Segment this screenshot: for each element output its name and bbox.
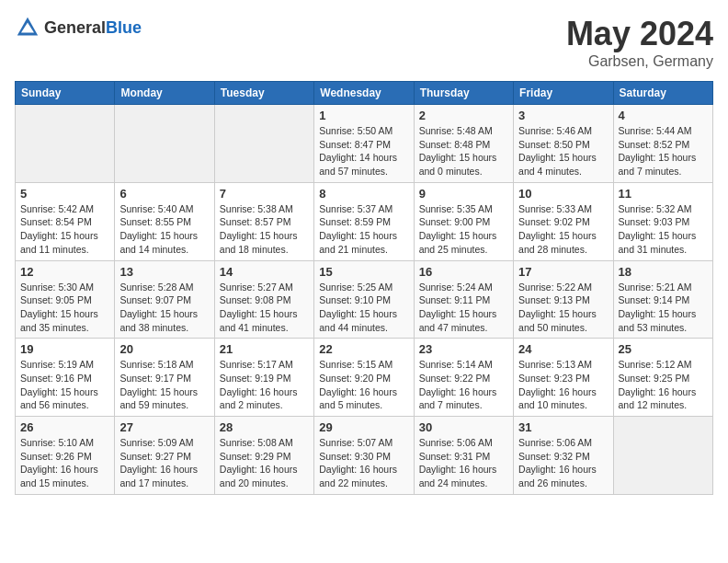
day-detail: Sunrise: 5:32 AMSunset: 9:03 PMDaylight:… <box>619 202 708 257</box>
day-number: 26 <box>20 420 109 434</box>
day-number: 29 <box>319 420 408 434</box>
table-row: 17Sunrise: 5:22 AMSunset: 9:13 PMDayligh… <box>514 260 613 339</box>
table-row: 9Sunrise: 5:35 AMSunset: 9:00 PMDaylight… <box>414 182 513 260</box>
day-detail: Sunrise: 5:25 AMSunset: 9:10 PMDaylight:… <box>319 281 408 335</box>
day-number: 30 <box>419 420 508 434</box>
day-detail: Sunrise: 5:07 AMSunset: 9:30 PMDaylight:… <box>319 436 408 490</box>
day-detail: Sunrise: 5:50 AMSunset: 8:47 PMDaylight:… <box>319 124 408 178</box>
day-detail: Sunrise: 5:24 AMSunset: 9:11 PMDaylight:… <box>419 281 508 335</box>
table-row: 15Sunrise: 5:25 AMSunset: 9:10 PMDayligh… <box>314 260 414 339</box>
day-number: 23 <box>419 342 508 356</box>
calendar-header-row: Sunday Monday Tuesday Wednesday Thursday… <box>16 82 713 105</box>
header-saturday: Saturday <box>613 82 712 105</box>
day-number: 5 <box>20 187 109 201</box>
day-number: 25 <box>619 342 708 356</box>
table-row: 30Sunrise: 5:06 AMSunset: 9:31 PMDayligh… <box>414 417 513 495</box>
table-row: 24Sunrise: 5:13 AMSunset: 9:23 PMDayligh… <box>514 339 613 417</box>
table-row: 23Sunrise: 5:14 AMSunset: 9:22 PMDayligh… <box>414 339 513 417</box>
day-number: 20 <box>119 342 209 356</box>
day-detail: Sunrise: 5:28 AMSunset: 9:07 PMDaylight:… <box>119 281 209 335</box>
day-detail: Sunrise: 5:44 AMSunset: 8:52 PMDaylight:… <box>619 124 708 178</box>
day-detail: Sunrise: 5:06 AMSunset: 9:31 PMDaylight:… <box>419 436 508 490</box>
calendar-week-4: 19Sunrise: 5:19 AMSunset: 9:16 PMDayligh… <box>16 339 713 417</box>
day-number: 7 <box>220 187 309 201</box>
table-row: 10Sunrise: 5:33 AMSunset: 9:02 PMDayligh… <box>514 182 613 260</box>
day-number: 21 <box>220 342 309 356</box>
table-row <box>16 105 115 183</box>
table-row: 28Sunrise: 5:08 AMSunset: 9:29 PMDayligh… <box>214 417 313 495</box>
day-number: 19 <box>20 342 109 356</box>
month-title: May 2024 <box>566 15 713 53</box>
table-row <box>214 105 313 183</box>
day-number: 1 <box>319 109 408 122</box>
day-detail: Sunrise: 5:14 AMSunset: 9:22 PMDaylight:… <box>419 358 508 412</box>
day-detail: Sunrise: 5:18 AMSunset: 9:17 PMDaylight:… <box>119 358 209 412</box>
day-detail: Sunrise: 5:42 AMSunset: 8:54 PMDaylight:… <box>20 202 109 257</box>
table-row: 29Sunrise: 5:07 AMSunset: 9:30 PMDayligh… <box>314 417 414 495</box>
day-detail: Sunrise: 5:37 AMSunset: 8:59 PMDaylight:… <box>319 202 408 257</box>
day-detail: Sunrise: 5:12 AMSunset: 9:25 PMDaylight:… <box>619 358 708 412</box>
day-number: 17 <box>518 265 608 279</box>
day-detail: Sunrise: 5:35 AMSunset: 9:00 PMDaylight:… <box>419 202 508 257</box>
day-detail: Sunrise: 5:08 AMSunset: 9:29 PMDaylight:… <box>220 436 309 490</box>
table-row: 1Sunrise: 5:50 AMSunset: 8:47 PMDaylight… <box>314 105 414 183</box>
table-row: 8Sunrise: 5:37 AMSunset: 8:59 PMDaylight… <box>314 182 414 260</box>
day-number: 3 <box>518 109 608 122</box>
day-detail: Sunrise: 5:33 AMSunset: 9:02 PMDaylight:… <box>518 202 608 257</box>
header-thursday: Thursday <box>414 82 513 105</box>
day-detail: Sunrise: 5:17 AMSunset: 9:19 PMDaylight:… <box>220 358 309 412</box>
table-row: 27Sunrise: 5:09 AMSunset: 9:27 PMDayligh… <box>115 417 214 495</box>
table-row: 14Sunrise: 5:27 AMSunset: 9:08 PMDayligh… <box>214 260 313 339</box>
table-row: 4Sunrise: 5:44 AMSunset: 8:52 PMDaylight… <box>613 105 712 183</box>
table-row: 13Sunrise: 5:28 AMSunset: 9:07 PMDayligh… <box>115 260 214 339</box>
day-number: 24 <box>518 342 608 356</box>
table-row: 12Sunrise: 5:30 AMSunset: 9:05 PMDayligh… <box>16 260 115 339</box>
day-number: 27 <box>119 420 209 434</box>
day-number: 14 <box>220 265 309 279</box>
table-row: 25Sunrise: 5:12 AMSunset: 9:25 PMDayligh… <box>613 339 712 417</box>
table-row: 31Sunrise: 5:06 AMSunset: 9:32 PMDayligh… <box>514 417 613 495</box>
calendar-week-1: 1Sunrise: 5:50 AMSunset: 8:47 PMDaylight… <box>16 105 713 183</box>
table-row: 18Sunrise: 5:21 AMSunset: 9:14 PMDayligh… <box>613 260 712 339</box>
day-detail: Sunrise: 5:19 AMSunset: 9:16 PMDaylight:… <box>20 358 109 412</box>
table-row: 20Sunrise: 5:18 AMSunset: 9:17 PMDayligh… <box>115 339 214 417</box>
day-number: 2 <box>419 109 508 122</box>
table-row: 3Sunrise: 5:46 AMSunset: 8:50 PMDaylight… <box>514 105 613 183</box>
header-wednesday: Wednesday <box>314 82 414 105</box>
table-row <box>115 105 214 183</box>
calendar-week-5: 26Sunrise: 5:10 AMSunset: 9:26 PMDayligh… <box>16 417 713 495</box>
day-detail: Sunrise: 5:13 AMSunset: 9:23 PMDaylight:… <box>518 358 608 412</box>
day-detail: Sunrise: 5:15 AMSunset: 9:20 PMDaylight:… <box>319 358 408 412</box>
calendar-week-2: 5Sunrise: 5:42 AMSunset: 8:54 PMDaylight… <box>16 182 713 260</box>
table-row: 5Sunrise: 5:42 AMSunset: 8:54 PMDaylight… <box>16 182 115 260</box>
day-detail: Sunrise: 5:38 AMSunset: 8:57 PMDaylight:… <box>220 202 309 257</box>
table-row: 26Sunrise: 5:10 AMSunset: 9:26 PMDayligh… <box>16 417 115 495</box>
table-row: 2Sunrise: 5:48 AMSunset: 8:48 PMDaylight… <box>414 105 513 183</box>
title-block: May 2024 Garbsen, Germany <box>566 15 713 70</box>
day-number: 4 <box>619 109 708 122</box>
header-friday: Friday <box>514 82 613 105</box>
day-detail: Sunrise: 5:09 AMSunset: 9:27 PMDaylight:… <box>119 436 209 490</box>
table-row: 22Sunrise: 5:15 AMSunset: 9:20 PMDayligh… <box>314 339 414 417</box>
day-number: 10 <box>518 187 608 201</box>
day-detail: Sunrise: 5:22 AMSunset: 9:13 PMDaylight:… <box>518 281 608 335</box>
calendar-week-3: 12Sunrise: 5:30 AMSunset: 9:05 PMDayligh… <box>16 260 713 339</box>
day-number: 13 <box>119 265 209 279</box>
table-row: 7Sunrise: 5:38 AMSunset: 8:57 PMDaylight… <box>214 182 313 260</box>
day-number: 6 <box>119 187 209 201</box>
logo-icon <box>15 15 40 40</box>
table-row: 21Sunrise: 5:17 AMSunset: 9:19 PMDayligh… <box>214 339 313 417</box>
day-detail: Sunrise: 5:10 AMSunset: 9:26 PMDaylight:… <box>20 436 109 490</box>
day-detail: Sunrise: 5:06 AMSunset: 9:32 PMDaylight:… <box>518 436 608 490</box>
day-number: 18 <box>619 265 708 279</box>
location-title: Garbsen, Germany <box>566 53 713 70</box>
table-row: 19Sunrise: 5:19 AMSunset: 9:16 PMDayligh… <box>16 339 115 417</box>
logo-text-general: General <box>44 18 106 37</box>
day-detail: Sunrise: 5:46 AMSunset: 8:50 PMDaylight:… <box>518 124 608 178</box>
day-number: 31 <box>518 420 608 434</box>
day-number: 9 <box>419 187 508 201</box>
logo-text-blue: Blue <box>106 18 142 37</box>
calendar-table: Sunday Monday Tuesday Wednesday Thursday… <box>15 81 713 495</box>
logo: GeneralBlue <box>15 15 142 40</box>
day-number: 16 <box>419 265 508 279</box>
